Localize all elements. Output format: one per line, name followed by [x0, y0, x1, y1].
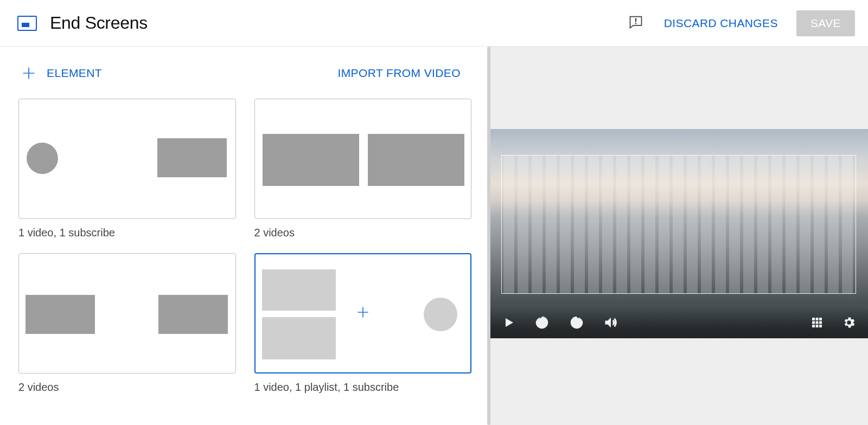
svg-rect-1: [635, 23, 636, 24]
header-left: End Screens: [17, 13, 148, 33]
video-placeholder-icon: [368, 134, 464, 186]
svg-rect-8: [812, 318, 815, 320]
subscribe-placeholder-icon: [27, 143, 58, 174]
add-element-button[interactable]: ELEMENT: [22, 66, 102, 80]
svg-rect-14: [812, 325, 815, 327]
playlist-placeholder-icon: [262, 317, 336, 359]
page-title: End Screens: [50, 13, 148, 33]
video-placeholder-icon: [158, 295, 228, 334]
svg-rect-11: [812, 321, 815, 324]
video-preview[interactable]: 10 10: [490, 129, 868, 338]
subscribe-placeholder-icon: [424, 298, 457, 331]
template-label: 1 video, 1 subscribe: [18, 227, 236, 239]
rewind-10-icon: 10: [534, 314, 550, 331]
svg-text:10: 10: [574, 320, 579, 326]
template-label: 2 videos: [254, 227, 472, 239]
volume-icon: [603, 315, 618, 330]
video-placeholder-icon: [157, 138, 227, 177]
svg-rect-10: [819, 318, 822, 320]
header-bar: End Screens DISCARD CHANGES SAVE: [0, 0, 868, 47]
header-right: DISCARD CHANGES SAVE: [626, 10, 855, 36]
endscreen-safe-zone[interactable]: [501, 155, 856, 294]
templates-panel: ELEMENT IMPORT FROM VIDEO 1 video, 1 sub…: [0, 47, 490, 425]
grid-icon: [810, 316, 824, 329]
template-card[interactable]: [18, 253, 236, 374]
video-placeholder-icon: [262, 269, 336, 311]
svg-rect-15: [816, 325, 819, 327]
template-card[interactable]: [254, 99, 472, 219]
endscreen-icon: [17, 16, 37, 31]
add-placeholder-icon: [356, 306, 369, 321]
play-icon: [502, 316, 515, 329]
svg-marker-7: [605, 318, 611, 328]
template-1-video-1-subscribe: 1 video, 1 subscribe: [18, 99, 236, 239]
svg-rect-12: [816, 321, 819, 324]
video-placeholder-icon: [263, 134, 359, 186]
grid-view-button[interactable]: [810, 316, 824, 329]
player-controls: 10 10: [490, 307, 868, 338]
template-card[interactable]: [18, 99, 236, 219]
mute-button[interactable]: [603, 315, 618, 330]
template-card[interactable]: [254, 253, 472, 374]
forward-10-icon: 10: [569, 314, 585, 331]
save-button[interactable]: SAVE: [796, 10, 855, 36]
template-label: 2 videos: [18, 381, 236, 394]
svg-marker-2: [506, 318, 513, 327]
feedback-button[interactable]: [626, 12, 646, 34]
template-2-videos-large: 2 videos: [254, 99, 472, 239]
template-2-videos-small: 2 videos: [18, 253, 236, 394]
feedback-icon: [628, 15, 643, 30]
svg-rect-0: [635, 18, 636, 22]
svg-text:10: 10: [539, 320, 545, 326]
templates-action-row: ELEMENT IMPORT FROM VIDEO: [18, 63, 471, 99]
svg-rect-13: [819, 321, 822, 324]
plus-icon: [22, 66, 36, 80]
import-from-video-button[interactable]: IMPORT FROM VIDEO: [337, 67, 471, 80]
add-element-label: ELEMENT: [47, 67, 102, 80]
template-grid: 1 video, 1 subscribe 2 videos 2 videos: [18, 99, 471, 394]
forward-10-button[interactable]: 10: [569, 314, 585, 331]
rewind-10-button[interactable]: 10: [534, 314, 550, 331]
play-button[interactable]: [502, 316, 515, 329]
video-placeholder-icon: [25, 295, 95, 334]
preview-panel: 10 10: [490, 47, 868, 425]
settings-button[interactable]: [842, 315, 856, 330]
template-label: 1 video, 1 playlist, 1 subscribe: [254, 381, 472, 394]
svg-rect-9: [816, 318, 819, 320]
svg-rect-16: [819, 325, 822, 327]
template-1-video-1-playlist-1-subscribe: 1 video, 1 playlist, 1 subscribe: [254, 253, 472, 394]
gear-icon: [842, 315, 856, 330]
discard-changes-button[interactable]: DISCARD CHANGES: [664, 17, 778, 30]
